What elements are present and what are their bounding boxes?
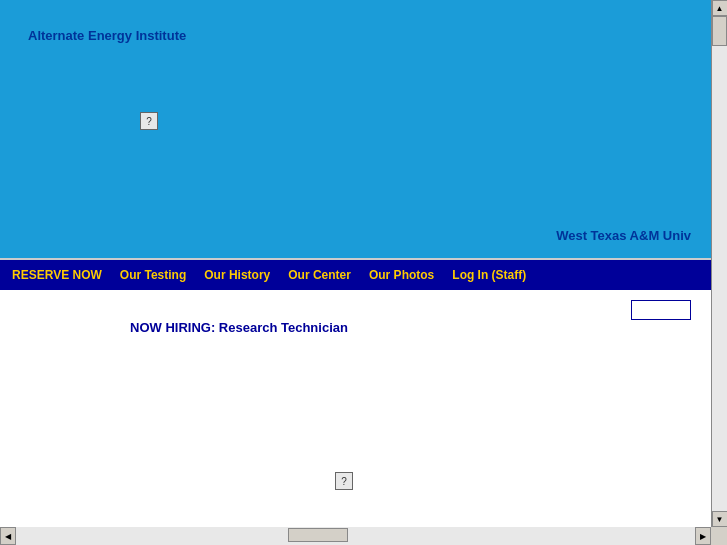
content-section: RESERVE NOW Our Testing Our History Our … xyxy=(0,258,711,520)
horizontal-scrollbar[interactable]: ◀ ▶ xyxy=(0,527,711,545)
nav-item-our-history[interactable]: Our History xyxy=(204,268,270,282)
vertical-scrollbar[interactable]: ▲ ▼ xyxy=(711,0,727,527)
main-content: Alternate Energy Institute ? West Texas … xyxy=(0,0,711,527)
scroll-track-horizontal[interactable] xyxy=(16,527,695,545)
nav-item-our-center[interactable]: Our Center xyxy=(288,268,351,282)
university-name: West Texas A&M Univ xyxy=(556,228,691,243)
scroll-down-button[interactable]: ▼ xyxy=(712,511,728,527)
search-box[interactable] xyxy=(631,300,691,320)
body-area: NOW HIRING: Research Technician ? xyxy=(0,290,711,520)
nav-bar: RESERVE NOW Our Testing Our History Our … xyxy=(0,260,711,290)
nav-item-reserve-now[interactable]: RESERVE NOW xyxy=(12,268,102,282)
nav-item-login-staff[interactable]: Log In (Staff) xyxy=(452,268,526,282)
scroll-thumb-horizontal[interactable] xyxy=(288,528,348,542)
scroll-up-button[interactable]: ▲ xyxy=(712,0,728,16)
scrollbar-corner xyxy=(711,527,727,545)
scroll-track-vertical[interactable] xyxy=(712,16,727,511)
nav-item-our-testing[interactable]: Our Testing xyxy=(120,268,186,282)
scroll-left-button[interactable]: ◀ xyxy=(0,527,16,545)
scroll-right-button[interactable]: ▶ xyxy=(695,527,711,545)
scroll-thumb-vertical[interactable] xyxy=(712,16,727,46)
hiring-announcement: NOW HIRING: Research Technician xyxy=(130,320,701,335)
site-title: Alternate Energy Institute xyxy=(28,28,186,43)
header-image: ? xyxy=(140,112,158,130)
body-image: ? xyxy=(335,472,353,490)
nav-item-our-photos[interactable]: Our Photos xyxy=(369,268,434,282)
header-section: Alternate Energy Institute ? West Texas … xyxy=(0,0,711,258)
